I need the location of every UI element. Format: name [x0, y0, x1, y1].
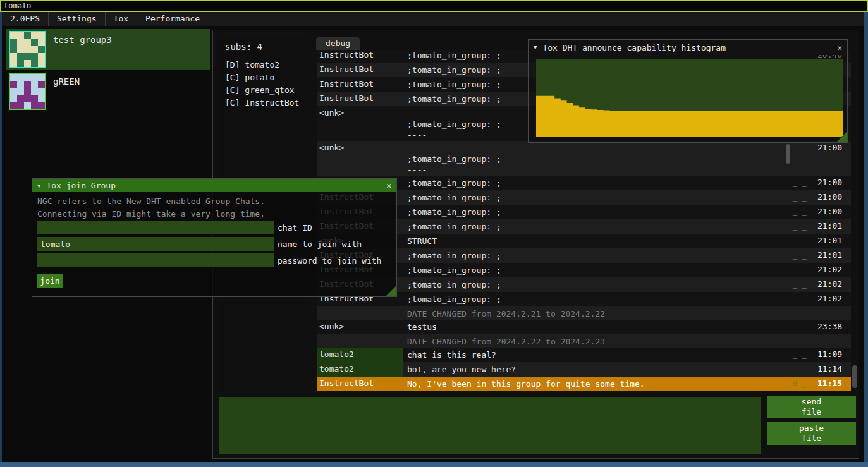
- collapse-arrow-icon[interactable]: ▼: [534, 44, 537, 51]
- join-info-line: Connecting via ID might take a very long…: [32, 208, 396, 221]
- join-password-input[interactable]: [37, 253, 274, 267]
- group-name: test_group3: [53, 35, 112, 45]
- message-author: InstructBot: [317, 77, 403, 92]
- message-row[interactable]: <unk> ----;tomato_in_group: ;---- _ _ 21…: [317, 141, 851, 176]
- message-row[interactable]: <unk> testus _ _ 23:38: [317, 320, 851, 334]
- message-row[interactable]: DATE CHANGED from 2024.2.21 to 2024.2.22: [317, 306, 851, 320]
- message-author: InstructBot: [317, 63, 403, 77]
- dht-histogram-window: ▼ Tox DHT announce capability histogram …: [528, 39, 848, 143]
- message-text: ;tomato_in_group: ;: [403, 205, 790, 219]
- paste-file-button[interactable]: paste file: [767, 422, 856, 445]
- join-group-title: Tox join Group: [46, 181, 116, 190]
- join-button[interactable]: join: [37, 274, 63, 288]
- message-time: 21:00: [814, 190, 848, 205]
- close-icon[interactable]: ✕: [837, 43, 842, 52]
- message-text: ;tomato_in_group: ;: [403, 219, 790, 234]
- message-time: 23:38: [814, 320, 848, 334]
- message-flags: _ _: [790, 320, 814, 334]
- message-flags: [790, 306, 814, 320]
- join-group-window: ▼ Tox join Group ✕ NGC refers to the New…: [32, 178, 397, 297]
- message-text: ;tomato_in_group: ;: [403, 248, 790, 263]
- member-item-InstructBot[interactable]: [C] InstructBot: [219, 97, 310, 109]
- chat-id-input[interactable]: [37, 221, 274, 234]
- member-list: [D] tomato2[C] potato[C] green_qtox[C] I…: [219, 59, 310, 109]
- message-time: 21:02: [814, 263, 848, 277]
- message-time: [814, 306, 848, 320]
- join-group-titlebar[interactable]: ▼ Tox join Group ✕: [32, 179, 396, 192]
- message-flags: _ _: [790, 362, 814, 377]
- member-item-potato[interactable]: [C] potato: [219, 71, 310, 84]
- message-row[interactable]: tomato2 chat is this real? _ _ 11:09: [317, 348, 851, 362]
- message-text: ;tomato_in_group: ;: [403, 277, 790, 292]
- message-author: InstructBot: [317, 50, 403, 63]
- message-text: chat is this real?: [403, 348, 790, 362]
- message-time: 21:00: [814, 205, 848, 219]
- join-name-input[interactable]: [37, 237, 274, 251]
- message-flags: _ _: [790, 292, 814, 306]
- message-time: 21:01: [814, 248, 848, 263]
- tab-debug[interactable]: debug: [316, 37, 360, 50]
- window-titlebar[interactable]: tomato: [0, 0, 868, 12]
- message-time: 11:15: [814, 377, 848, 391]
- window-scrollbar[interactable]: [852, 365, 857, 388]
- message-flags: _ _: [790, 190, 814, 205]
- message-flags: _ _: [790, 248, 814, 263]
- message-text: ;tomato_in_group: ;: [403, 292, 790, 306]
- message-flags: _ _: [790, 141, 814, 176]
- send-file-button[interactable]: send file: [767, 396, 856, 418]
- message-flags: [790, 334, 814, 348]
- message-time: 11:09: [814, 348, 848, 362]
- dht-histogram-title: Tox DHT announce capability histogram: [542, 43, 726, 52]
- message-row[interactable]: InstructBot No, I've been in this group …: [317, 377, 851, 391]
- dht-histogram-plot: [536, 59, 843, 137]
- menu-item-2.0fps[interactable]: 2.0FPS: [2, 12, 48, 26]
- message-author: [317, 306, 403, 320]
- join-password-label: password to join with: [278, 256, 381, 265]
- message-input[interactable]: [219, 397, 761, 454]
- group-name: gREEN: [53, 76, 80, 87]
- collapse-arrow-icon[interactable]: ▼: [37, 183, 40, 189]
- menu-item-performance[interactable]: Performance: [137, 12, 208, 26]
- join-info-line: NGC refers to the New DHT enabled Group …: [32, 195, 396, 208]
- message-scrollbar[interactable]: [786, 144, 790, 164]
- dht-histogram-titlebar[interactable]: ▼ Tox DHT announce capability histogram …: [529, 40, 847, 55]
- message-time: 21:02: [814, 277, 848, 292]
- join-name-label: name to join with: [278, 240, 362, 249]
- close-icon[interactable]: ✕: [386, 181, 391, 190]
- message-time: 21:02: [814, 292, 848, 306]
- message-time: 21:01: [814, 234, 848, 248]
- member-item-tomato2[interactable]: [D] tomato2: [219, 59, 310, 71]
- menu-item-settings[interactable]: Settings: [49, 12, 105, 26]
- message-author: <unk>: [317, 141, 403, 176]
- message-time: 21:00: [814, 141, 848, 176]
- message-flags: _ _: [790, 234, 814, 248]
- frame-border-left: [0, 12, 2, 467]
- message-author: <unk>: [317, 320, 403, 334]
- message-flags: _ _: [790, 219, 814, 234]
- group-item-gREEN[interactable]: gREEN: [6, 71, 210, 111]
- resize-grip[interactable]: [386, 286, 396, 296]
- menu-item-tox[interactable]: Tox: [106, 12, 137, 26]
- message-flags: _ _: [790, 263, 814, 277]
- group-avatar: [9, 31, 46, 68]
- message-time: [814, 334, 848, 348]
- app-window: tomato 2.0FPSSettingsToxPerformance test…: [0, 0, 868, 467]
- message-text: STRUCT: [403, 234, 790, 248]
- member-item-green_qtox[interactable]: [C] green_qtox: [219, 84, 310, 97]
- message-flags: _ _: [790, 277, 814, 292]
- message-author: [317, 334, 403, 348]
- resize-grip[interactable]: [837, 132, 847, 142]
- message-author: InstructBot: [317, 377, 403, 391]
- message-author: tomato2: [317, 348, 403, 362]
- message-time: 11:14: [814, 362, 848, 377]
- group-item-test_group3[interactable]: test_group3: [6, 29, 210, 70]
- message-author: InstructBot: [317, 92, 403, 106]
- message-time: 21:00: [814, 176, 848, 190]
- message-row[interactable]: tomato2 bot, are you new here? _ _ 11:14: [317, 362, 851, 377]
- message-flags: _ _: [790, 176, 814, 190]
- message-text: ----;tomato_in_group: ;----: [403, 141, 790, 176]
- message-row[interactable]: DATE CHANGED from 2024.2.22 to 2024.2.23: [317, 334, 851, 348]
- message-author: tomato2: [317, 362, 403, 377]
- frame-border-right: [864, 12, 868, 467]
- message-text: ;tomato_in_group: ;: [403, 176, 790, 190]
